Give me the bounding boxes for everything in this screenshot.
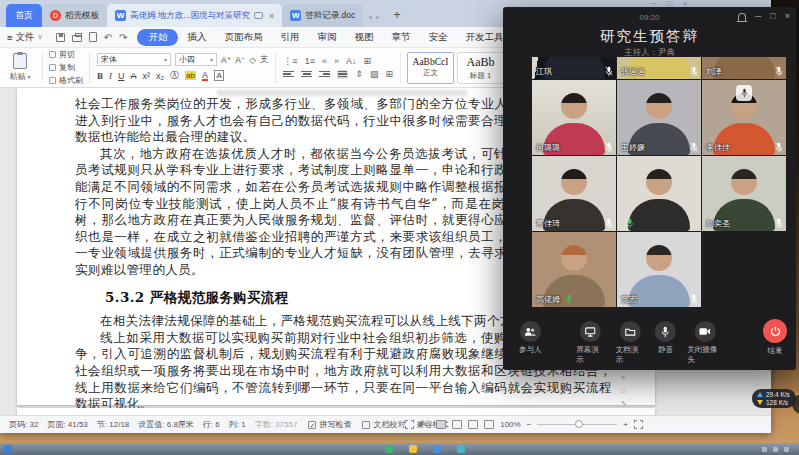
tab-docer[interactable]: D 稻壳模板 [42,4,107,27]
ribbon-tab-insert[interactable]: 插入 [178,29,215,46]
notification-bell-icon[interactable] [738,13,746,21]
video-tile[interactable]: 何璐璐 [532,80,616,155]
fullscreen-icon[interactable] [405,420,414,429]
justify-button[interactable] [337,70,348,79]
underline-button[interactable]: U [118,71,125,81]
start-button[interactable] [4,445,12,453]
undo-icon[interactable]: ↶ [104,32,112,43]
read-mode-icon[interactable] [484,420,494,429]
close-icon[interactable]: × [785,11,790,21]
network-speed-widget[interactable]: 29.4 K/s 128 K/s [752,389,796,408]
ribbon-tab-review[interactable]: 审阅 [308,29,345,46]
outline-view-icon[interactable] [452,420,462,429]
font-color-button[interactable]: A [202,71,208,81]
mute-button[interactable]: 静音 [655,321,676,365]
close-icon[interactable]: × [683,0,687,7]
file-menu-button[interactable]: ≡ 文件 ∨ [0,31,50,44]
taskbar-icon-yellow[interactable] [409,445,417,453]
ribbon-tab-home[interactable]: 开始 [137,29,178,46]
web-view-icon[interactable] [468,420,478,429]
taskbar-tray[interactable] [762,447,789,452]
video-tile[interactable]: 刘奕圣 [702,156,786,231]
table-button[interactable]: ⊞ [363,56,371,66]
spell-check-toggle[interactable]: ✓ 拼写检查 [308,419,351,430]
video-tile[interactable]: 黄佳琦 [532,156,616,231]
align-left-button[interactable] [283,70,294,79]
font-size-select[interactable]: 小四 ▾ [175,53,217,66]
ribbon-tab-section[interactable]: 章节 [382,29,419,46]
shrink-font-button[interactable]: A⁻ [235,55,245,65]
ribbon-tab-security[interactable]: 安全 [419,29,456,46]
char-border-button[interactable]: A [214,70,224,81]
new-tab-button[interactable]: + [393,7,401,22]
taskbar-icon-teal[interactable] [457,445,465,453]
video-tile[interactable]: 宽宏 [617,232,701,307]
numbered-list-button[interactable]: 1≡ [305,56,315,66]
doc-share-button[interactable]: 文档演示 [616,321,644,365]
end-meeting-button[interactable]: 结束 [763,319,787,356]
print-icon[interactable] [72,35,82,42]
grow-font-button[interactable]: A⁺ [221,55,231,65]
subscript-button[interactable]: x₂ [156,71,164,81]
zoom-in-button[interactable]: + [623,420,628,429]
close-tab-icon[interactable]: × [269,11,274,21]
borders-button[interactable]: ⊞ [385,69,393,79]
zoom-slider-knob[interactable] [575,420,583,428]
align-center-button[interactable] [301,70,312,79]
ink-mode-icon[interactable] [420,420,430,429]
increase-indent-button[interactable]: » [334,56,339,66]
ribbon-tab-references[interactable]: 引用 [271,29,308,46]
video-tile[interactable]: 李佳佳 [702,80,786,155]
highlight-color-button[interactable]: ab [185,71,196,80]
sort-button[interactable]: A↓ [346,56,357,66]
participants-button[interactable]: 参与人 [519,321,542,355]
pinyin-button[interactable]: 支 [260,54,269,66]
bullet-list-button[interactable]: ⋮≡ [283,56,297,66]
redo-icon[interactable]: ↷ [119,32,127,43]
cut-button[interactable]: 剪切 [49,49,83,60]
tab-document-active[interactable]: W 高佬姆.地方政...困境与对策研究 × [107,4,282,27]
screen-share-button[interactable]: 屏幕演示 [576,321,604,365]
proofread-toggle[interactable]: 文档校对 [362,419,405,430]
tab-home[interactable]: 首页 [6,4,42,27]
taskbar[interactable] [0,443,799,455]
paste-button[interactable]: 粘贴 ▾ [0,48,40,87]
style-normal[interactable]: AaBbCcI 正文 [407,52,454,84]
document-side-tools[interactable]: ≡ □ ✎ [621,374,627,408]
format-painter-button[interactable]: 格式刷 [49,75,83,86]
video-tile[interactable]: 高佬姆 [532,232,616,307]
video-tile[interactable]: 王婷媛 [617,80,701,155]
tab-document-2[interactable]: W 答辩记录.doc [282,4,363,27]
video-tile[interactable]: 江琪 [532,57,616,79]
taskbar-icon-green[interactable] [385,445,393,453]
char-effects-button[interactable]: Ⓐ [170,69,179,82]
superscript-button[interactable]: x² [143,71,151,81]
ribbon-tab-view[interactable]: 视图 [345,29,382,46]
shading-button[interactable]: ▨ [370,69,379,79]
video-tile[interactable]: 张迪迪 [617,57,701,79]
clear-format-button[interactable]: ◇ [249,55,256,65]
italic-button[interactable]: I [109,71,112,81]
fit-page-icon[interactable] [634,420,643,429]
video-tile[interactable] [617,156,701,231]
zoom-level[interactable]: 100% [500,420,520,429]
bold-button[interactable]: B [97,71,103,81]
strikethrough-button[interactable]: A [131,71,137,81]
maximize-icon[interactable]: □ [770,11,775,21]
save-icon[interactable] [56,33,65,42]
decrease-indent-button[interactable]: « [322,56,327,66]
page-view-icon[interactable] [436,420,446,429]
copy-button[interactable]: 复制 [49,62,83,73]
print-preview-icon[interactable] [89,32,97,42]
maximize-icon[interactable]: □ [668,0,672,7]
align-right-button[interactable] [319,70,330,79]
taskbar-app-icons[interactable] [385,445,465,453]
minimize-icon[interactable]: ─ [755,11,761,21]
video-tile[interactable]: 刘泽 [702,57,786,79]
ribbon-tab-layout[interactable]: 页面布局 [215,29,271,46]
minimize-icon[interactable]: ─ [652,0,657,7]
zoom-out-button[interactable]: − [527,420,532,429]
taskbar-icon-blue[interactable] [433,445,441,453]
zoom-slider[interactable] [537,424,617,425]
line-spacing-button[interactable]: ⇕ [355,69,363,79]
